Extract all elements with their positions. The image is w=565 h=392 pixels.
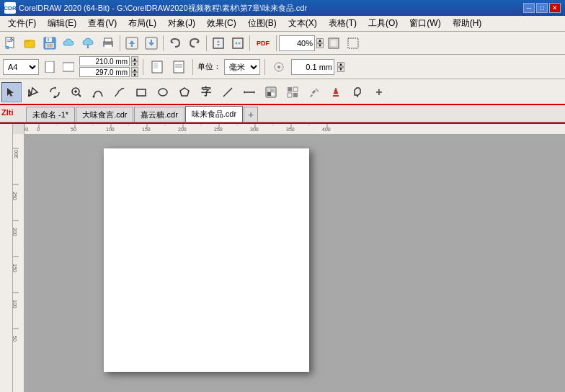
interactive-fill-tool[interactable] (261, 82, 281, 102)
transform-tool[interactable] (45, 82, 65, 102)
cloud-upload-button[interactable] (79, 34, 98, 53)
pdf-button[interactable]: PDF (252, 34, 274, 53)
text-tool[interactable]: 字 (196, 82, 216, 102)
menu-effects[interactable]: 效果(C) (202, 15, 241, 32)
open-button[interactable] (21, 34, 40, 53)
zoom-input[interactable]: 40% (279, 35, 315, 51)
add-tool-button[interactable]: + (369, 82, 389, 102)
svg-marker-52 (180, 88, 189, 96)
new-button[interactable]: + (1, 34, 20, 53)
nudge-up-button[interactable]: ▲ (337, 62, 344, 67)
svg-text:300: 300 (14, 150, 19, 159)
ziti-indicator[interactable]: ZIti (1, 108, 14, 117)
nudge-input[interactable] (291, 59, 334, 75)
svg-rect-65 (293, 93, 298, 97)
page-icon2[interactable] (169, 58, 188, 76)
tab-dawei[interactable]: 大味食言.cdr (76, 107, 133, 122)
menu-view[interactable]: 查看(V) (83, 15, 122, 32)
svg-marker-24 (217, 44, 220, 46)
node-edit-tool[interactable] (23, 82, 43, 102)
svg-rect-59 (271, 89, 275, 92)
svg-rect-63 (293, 87, 298, 92)
unit-label: 单位： (197, 61, 221, 72)
zoom-tool[interactable] (66, 82, 86, 102)
outline-tool[interactable] (347, 82, 368, 102)
select-tool[interactable] (1, 82, 22, 102)
svg-rect-60 (267, 92, 271, 96)
page-canvas (104, 148, 309, 372)
tab-unnamed[interactable]: 未命名 -1* (26, 107, 75, 122)
height-down-button[interactable]: ▼ (131, 72, 138, 77)
menu-object[interactable]: 对象(J) (163, 15, 200, 32)
connector-tool[interactable] (239, 82, 259, 102)
work-area: 0 50 100 150 200 250 300 (0, 122, 565, 392)
save-button[interactable] (40, 34, 59, 53)
close-button[interactable]: ✕ (549, 3, 561, 13)
ruler-corner (13, 122, 25, 134)
line-tool[interactable] (218, 82, 238, 102)
svg-text:0: 0 (37, 127, 40, 132)
ruler-h-svg: 0 50 100 150 200 250 300 (25, 122, 565, 134)
svg-rect-50 (137, 89, 146, 96)
fit-width-button[interactable] (228, 34, 247, 53)
ruler-row: 0 50 100 150 200 250 300 (13, 122, 565, 134)
menu-bitmap[interactable]: 位图(B) (243, 15, 282, 32)
cloud-save-button[interactable] (60, 34, 79, 53)
svg-text:300: 300 (250, 127, 259, 132)
tab-weilai[interactable]: 味来食品.cdr (185, 106, 243, 122)
menu-help[interactable]: 帮助(H) (448, 15, 487, 32)
title-controls: ─ □ ✕ (523, 3, 561, 13)
height-up-button[interactable]: ▲ (131, 67, 138, 72)
svg-marker-27 (239, 42, 241, 45)
minimize-button[interactable]: ─ (523, 3, 535, 13)
page-icon1[interactable] (148, 58, 166, 76)
pattern-tool[interactable] (282, 82, 303, 102)
svg-text:100: 100 (106, 127, 115, 132)
print-button[interactable] (99, 34, 117, 53)
rectangle-tool[interactable] (131, 82, 151, 102)
width-up-button[interactable]: ▲ (131, 56, 138, 61)
zoom-down-button[interactable]: ▼ (316, 43, 324, 48)
landscape-button[interactable] (61, 59, 76, 75)
maximize-button[interactable]: □ (536, 3, 548, 13)
menu-file[interactable]: 文件(F) (3, 15, 41, 32)
eyedropper-tool[interactable] (304, 82, 324, 102)
portrait-button[interactable] (42, 59, 58, 75)
menu-tools[interactable]: 工具(O) (363, 15, 403, 32)
zoom-fit-button[interactable] (324, 34, 343, 53)
zoom-extra-button[interactable] (344, 34, 362, 53)
bezier-tool[interactable] (88, 82, 108, 102)
menu-table[interactable]: 表格(T) (324, 15, 362, 32)
fill-tool[interactable] (326, 82, 346, 102)
svg-text:100: 100 (13, 300, 17, 308)
unit-select[interactable]: 毫米英寸像素 (224, 59, 260, 75)
ellipse-tool[interactable] (153, 82, 173, 102)
svg-line-46 (79, 94, 81, 97)
menu-text[interactable]: 文本(X) (283, 15, 322, 32)
tab-add-button[interactable]: + (244, 107, 258, 122)
freehand-tool[interactable] (110, 82, 130, 102)
svg-text:50: 50 (71, 127, 76, 132)
menu-window[interactable]: 窗口(W) (404, 15, 445, 32)
menu-edit[interactable]: 编辑(E) (43, 15, 81, 32)
separator1 (120, 35, 120, 51)
svg-marker-19 (129, 40, 135, 47)
height-input[interactable] (79, 67, 130, 77)
width-down-button[interactable]: ▼ (131, 61, 138, 66)
zoom-up-button[interactable]: ▲ (316, 38, 324, 43)
separator2 (163, 35, 164, 51)
drawing-area[interactable] (25, 134, 565, 392)
menu-layout[interactable]: 布局(L) (123, 15, 161, 32)
polygon-tool[interactable] (174, 82, 195, 102)
fit-page-button[interactable] (209, 34, 228, 53)
export-button[interactable] (142, 34, 161, 53)
svg-marker-21 (148, 40, 154, 46)
page-size-select[interactable]: A4A3Letter (3, 59, 39, 75)
import-button[interactable] (123, 34, 141, 53)
width-input[interactable] (79, 56, 130, 66)
tab-jiayun[interactable]: 嘉云糖.cdr (134, 107, 184, 122)
undo-button[interactable] (166, 34, 184, 53)
svg-rect-2 (7, 40, 11, 40)
nudge-down-button[interactable]: ▼ (337, 67, 344, 72)
redo-button[interactable] (185, 34, 204, 53)
